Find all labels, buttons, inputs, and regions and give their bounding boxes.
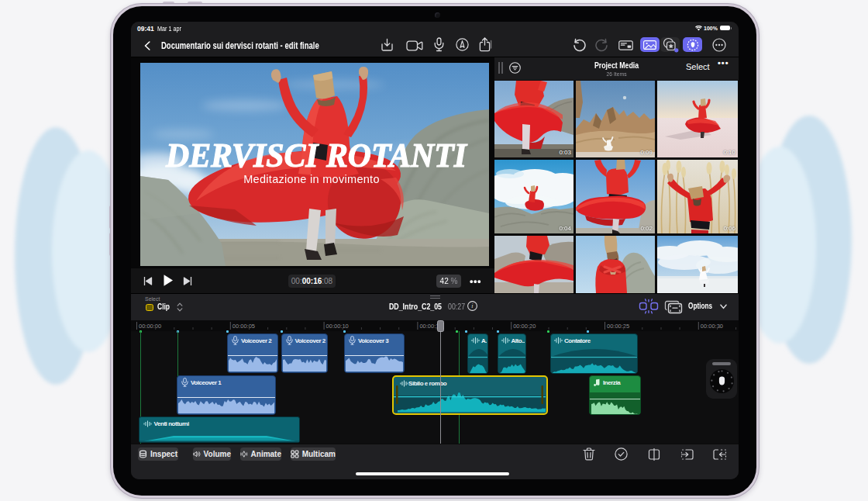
svg-text:00:00:20: 00:00:20 (513, 323, 536, 330)
svg-text:00:00:00: 00:00:00 (139, 323, 161, 330)
svg-text:00:00:10: 00:00:10 (326, 323, 349, 330)
svg-text:00:00:30: 00:00:30 (701, 323, 723, 330)
svg-text:00:00:05: 00:00:05 (232, 323, 255, 330)
svg-text:Meditazione in movimento: Meditazione in movimento (243, 173, 380, 185)
svg-text:DERVISCI ROTANTI: DERVISCI ROTANTI (165, 136, 467, 174)
svg-text:i: i (471, 302, 474, 309)
svg-text:00:00:25: 00:00:25 (607, 323, 629, 330)
